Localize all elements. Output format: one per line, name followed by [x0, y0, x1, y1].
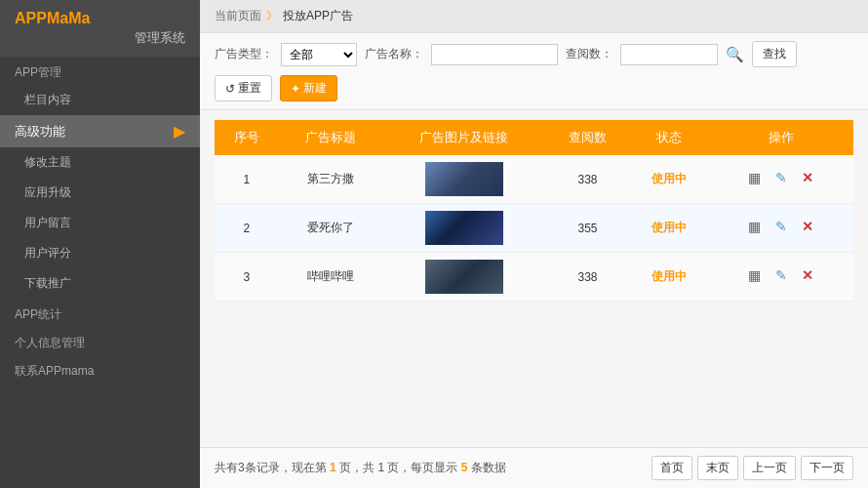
sidebar-item-lanmu[interactable]: 栏目内容 — [0, 85, 200, 115]
col-header-action: 操作 — [709, 120, 853, 155]
ad-table: 序号 广告标题 广告图片及链接 查阅数 状态 操作 1 第三方撒 338 使用中… — [215, 120, 853, 302]
search-button[interactable]: 查找 — [752, 41, 797, 67]
total-text: 共有3条记录，现在第 — [215, 461, 327, 474]
cell-id: 2 — [215, 204, 279, 253]
cell-actions: ▦ ✎ ✕ — [709, 204, 853, 253]
edit-button[interactable]: ✎ — [771, 219, 791, 238]
delete-button[interactable]: ✕ — [798, 170, 817, 189]
app-name: APPMaMa — [15, 10, 185, 27]
search-icon: 🔍 — [726, 46, 744, 63]
cell-views: 355 — [545, 204, 629, 253]
cell-id: 3 — [215, 253, 279, 302]
breadcrumb-home: 当前页面 — [215, 8, 261, 24]
breadcrumb-current: 投放APP广告 — [283, 8, 353, 24]
ad-name-label: 广告名称： — [365, 46, 423, 62]
sidebar-section-app: APP管理 — [0, 57, 200, 85]
pagination: 共有3条记录，现在第 1 页，共 1 页，每页显示 5 条数据 首页 末页 上一… — [200, 447, 868, 488]
table-header-row: 序号 广告标题 广告图片及链接 查阅数 状态 操作 — [215, 120, 853, 155]
reset-button[interactable]: ↺ 重置 — [215, 75, 272, 102]
cell-views: 338 — [545, 155, 629, 204]
new-button[interactable]: ✦ 新建 — [280, 75, 337, 102]
sidebar-item-pingjia[interactable]: 用户评分 — [0, 238, 200, 268]
cell-id: 1 — [215, 155, 279, 204]
cell-img — [382, 155, 545, 204]
prev-page-button[interactable]: 上一页 — [743, 456, 796, 480]
mid-text: 页，共 — [339, 461, 375, 474]
table-area: 序号 广告标题 广告图片及链接 查阅数 状态 操作 1 第三方撒 338 使用中… — [200, 110, 868, 447]
cell-title: 第三方撒 — [279, 155, 382, 204]
edit-button[interactable]: ✎ — [771, 267, 791, 287]
view-button[interactable]: ▦ — [745, 267, 765, 287]
sidebar-item-gaoji[interactable]: 高级功能 ▶ — [0, 115, 200, 147]
sidebar-section-contact: 联系APPmama — [0, 355, 200, 384]
col-header-index: 序号 — [215, 120, 279, 155]
table-row: 1 第三方撒 338 使用中 ▦ ✎ ✕ — [215, 155, 853, 204]
breadcrumb-sep: 》 — [266, 8, 278, 24]
first-page-button[interactable]: 首页 — [651, 456, 692, 480]
delete-button[interactable]: ✕ — [798, 219, 817, 238]
view-button[interactable]: ▦ — [745, 170, 765, 189]
sidebar-logo: APPMaMa 管理系统 — [0, 0, 200, 57]
col-header-img: 广告图片及链接 — [382, 120, 545, 155]
sidebar-section-personal: 个人信息管理 — [0, 327, 200, 355]
sidebar-section-stats: APP统计 — [0, 299, 200, 327]
toolbar: 广告类型： 全部 图片广告 文字广告 广告名称： 查阅数： 🔍 查找 ↺ 重置 … — [200, 33, 868, 110]
sidebar: APPMaMa 管理系统 APP管理 栏目内容 高级功能 ▶ 修改主题 应用升级… — [0, 0, 200, 488]
sidebar-item-liuyan[interactable]: 用户留言 — [0, 208, 200, 238]
view-button[interactable]: ▦ — [745, 219, 765, 238]
edit-button[interactable]: ✎ — [771, 170, 791, 189]
cell-title: 爱死你了 — [279, 204, 382, 253]
reset-label: 重置 — [238, 80, 261, 97]
main-content: 当前页面 》 投放APP广告 广告类型： 全部 图片广告 文字广告 广告名称： … — [200, 0, 868, 488]
sidebar-item-xiugai[interactable]: 修改主题 — [0, 147, 200, 178]
cell-actions: ▦ ✎ ✕ — [709, 253, 853, 302]
per-page: 5 — [461, 461, 468, 474]
sidebar-item-yingyong[interactable]: 应用升级 — [0, 178, 200, 208]
col-header-title: 广告标题 — [279, 120, 382, 155]
ad-type-label: 广告类型： — [215, 46, 273, 62]
col-header-status: 状态 — [630, 120, 709, 155]
cell-title: 哔哩哔哩 — [279, 253, 382, 302]
new-icon: ✦ — [291, 82, 300, 96]
table-row: 3 哔哩哔哩 338 使用中 ▦ ✎ ✕ — [215, 253, 853, 302]
ad-type-select[interactable]: 全部 图片广告 文字广告 — [281, 43, 357, 66]
sidebar-arrow-icon: ▶ — [174, 122, 185, 141]
sidebar-item-tuiguang[interactable]: 下载推广 — [0, 268, 200, 299]
page-text: 页，每页显示 — [387, 461, 457, 474]
cell-status: 使用中 — [630, 155, 709, 204]
cell-status: 使用中 — [630, 204, 709, 253]
ad-name-input[interactable] — [431, 44, 558, 65]
cell-img — [382, 253, 545, 302]
page-info: 共有3条记录，现在第 1 页，共 1 页，每页显示 5 条数据 — [215, 460, 506, 476]
app-subtitle: 管理系统 — [15, 29, 185, 47]
col-header-views: 查阅数 — [545, 120, 629, 155]
cell-status: 使用中 — [630, 253, 709, 302]
new-label: 新建 — [303, 80, 327, 97]
delete-button[interactable]: ✕ — [798, 267, 817, 287]
page-num: 1 — [330, 461, 336, 474]
breadcrumb: 当前页面 》 投放APP广告 — [200, 0, 868, 33]
table-row: 2 爱死你了 355 使用中 ▦ ✎ ✕ — [215, 204, 853, 253]
end-text: 条数据 — [471, 461, 506, 474]
cell-views: 338 — [545, 253, 629, 302]
view-count-input[interactable] — [620, 44, 718, 65]
total-pages: 1 — [377, 461, 384, 474]
sidebar-item-gaoji-label: 高级功能 — [15, 123, 65, 141]
reset-icon: ↺ — [225, 82, 235, 96]
cell-img — [382, 204, 545, 253]
last-page-button[interactable]: 末页 — [697, 456, 738, 480]
cell-actions: ▦ ✎ ✕ — [709, 155, 853, 204]
next-page-button[interactable]: 下一页 — [801, 456, 853, 480]
page-buttons: 首页 末页 上一页 下一页 — [651, 456, 853, 480]
view-count-label: 查阅数： — [566, 46, 612, 62]
